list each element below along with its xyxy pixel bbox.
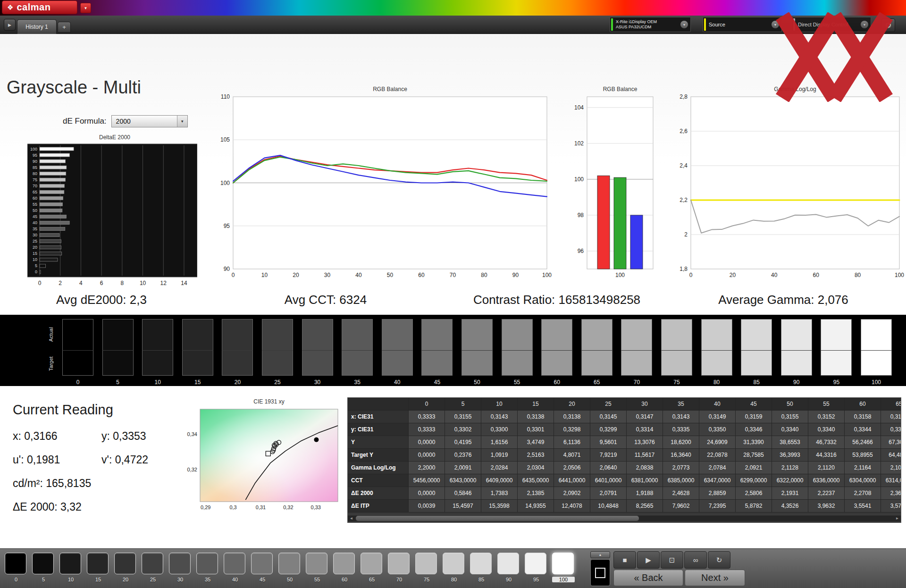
swatch-target bbox=[382, 350, 413, 376]
table-col-header: 55 bbox=[808, 398, 845, 411]
tab-history-1[interactable]: History 1 bbox=[17, 19, 57, 34]
back-button[interactable]: « Back bbox=[613, 570, 683, 586]
patch-level-label: 5 bbox=[32, 577, 55, 582]
patch-button-10[interactable]: 10 bbox=[59, 553, 82, 582]
de-formula-select[interactable]: 2000 ▼ bbox=[111, 115, 188, 127]
patch-button-100[interactable]: 100 bbox=[552, 553, 575, 582]
play-button[interactable]: ▶ bbox=[637, 551, 660, 569]
patch-button-65[interactable]: 65 bbox=[361, 553, 383, 582]
swatch-target bbox=[861, 350, 892, 376]
patch-button-30[interactable]: 30 bbox=[169, 553, 192, 582]
next-button[interactable]: Next » bbox=[685, 570, 745, 586]
reading-u: u': 0,1981 bbox=[13, 454, 101, 466]
patch-swatch bbox=[87, 553, 109, 574]
patch-button-25[interactable]: 25 bbox=[142, 553, 164, 582]
svg-text:60: 60 bbox=[813, 272, 820, 278]
patch-level-label: 0 bbox=[5, 577, 27, 582]
table-cell: 67,3097 bbox=[881, 436, 901, 449]
history-panel-expand-button[interactable]: ▶ bbox=[4, 19, 16, 31]
patch-button-55[interactable]: 55 bbox=[306, 553, 328, 582]
table-cell: 56,2466 bbox=[845, 436, 881, 449]
patch-button-75[interactable]: 75 bbox=[415, 553, 438, 582]
svg-text:0: 0 bbox=[35, 269, 37, 274]
svg-text:0,33: 0,33 bbox=[311, 504, 321, 510]
swatch-actual bbox=[382, 319, 413, 350]
svg-text:100: 100 bbox=[895, 272, 904, 278]
scroll-right-arrow-icon[interactable]: ► bbox=[894, 515, 901, 521]
table-col-header: 20 bbox=[554, 398, 590, 411]
swatch-level-label: 70 bbox=[621, 379, 652, 386]
swatch-actual bbox=[302, 319, 333, 350]
table-col-header: 10 bbox=[481, 398, 518, 411]
svg-text:20: 20 bbox=[293, 272, 299, 278]
patch-button-95[interactable]: 95 bbox=[525, 553, 547, 582]
table-horizontal-scrollbar[interactable]: ◄ ► bbox=[348, 515, 901, 521]
table-cell: 0,3343 bbox=[881, 423, 901, 436]
scrollbar-thumb[interactable] bbox=[356, 516, 639, 521]
table-cell: 0,0039 bbox=[409, 500, 445, 512]
patch-button-85[interactable]: 85 bbox=[470, 553, 493, 582]
patch-swatch bbox=[142, 553, 163, 574]
patch-button-45[interactable]: 45 bbox=[251, 553, 274, 582]
swatch-level-label: 65 bbox=[581, 379, 612, 386]
swatch-target bbox=[102, 350, 134, 376]
patch-button-80[interactable]: 80 bbox=[443, 553, 465, 582]
table-row-label: Target Y bbox=[348, 449, 409, 462]
patch-button-5[interactable]: 5 bbox=[32, 553, 55, 582]
patch-level-label: 75 bbox=[415, 577, 438, 582]
add-tab-button[interactable]: + bbox=[58, 22, 71, 33]
source-dropdown[interactable]: Source ▼ bbox=[703, 17, 782, 32]
swatch-target bbox=[502, 350, 533, 376]
scroll-left-arrow-icon[interactable]: ◄ bbox=[348, 515, 355, 521]
continuous-measure-button[interactable]: ∞ bbox=[684, 551, 707, 569]
table-cell: 2,0791 bbox=[590, 487, 627, 500]
svg-text:30: 30 bbox=[324, 272, 331, 278]
table-cell: 0,3301 bbox=[518, 423, 554, 436]
table-col-header: 5 bbox=[445, 398, 481, 411]
patch-button-60[interactable]: 60 bbox=[333, 553, 356, 582]
patch-button-50[interactable]: 50 bbox=[278, 553, 301, 582]
patch-button-70[interactable]: 70 bbox=[388, 553, 411, 582]
measure-once-button[interactable]: ⊡ bbox=[661, 551, 683, 569]
svg-text:35: 35 bbox=[33, 227, 37, 231]
swatch-column-70: 70 bbox=[621, 319, 652, 386]
swatch-level-label: 85 bbox=[741, 379, 772, 386]
patch-button-90[interactable]: 90 bbox=[497, 553, 520, 582]
patch-swatch bbox=[470, 553, 492, 574]
main-menu-button[interactable]: ▼ bbox=[80, 3, 91, 13]
patch-button-35[interactable]: 35 bbox=[196, 553, 219, 582]
meter-dropdown-label: X-Rite i1Display OEM ASUS PA32UCDM bbox=[616, 19, 680, 30]
patch-button-0[interactable]: 0 bbox=[5, 553, 27, 582]
patch-size-up-button[interactable]: ▲ bbox=[590, 551, 610, 558]
patch-button-40[interactable]: 40 bbox=[224, 553, 246, 582]
patch-button-20[interactable]: 20 bbox=[114, 553, 137, 582]
patch-swatch bbox=[415, 553, 437, 574]
meter-dropdown[interactable]: X-Rite i1Display OEM ASUS PA32UCDM ▼ bbox=[610, 17, 691, 32]
patch-button-15[interactable]: 15 bbox=[87, 553, 109, 582]
svg-text:14: 14 bbox=[181, 280, 187, 286]
table-col-header: 25 bbox=[590, 398, 627, 411]
swatch-target bbox=[182, 350, 213, 376]
swatch-column-25: 25 bbox=[262, 319, 293, 386]
table-row-label: CCT bbox=[348, 474, 409, 487]
table-cell: 0,3300 bbox=[481, 423, 518, 436]
patch-window-button[interactable] bbox=[590, 559, 610, 586]
reading-luminance: cd/m²: 165,8135 bbox=[13, 477, 148, 490]
table-cell: 0,3350 bbox=[699, 423, 736, 436]
swatch-actual bbox=[621, 319, 652, 350]
table-cell: 2,5806 bbox=[736, 487, 772, 500]
svg-text:2: 2 bbox=[684, 231, 688, 238]
stop-button[interactable]: ■ bbox=[613, 551, 636, 569]
settings-gear-button[interactable]: ⚙ bbox=[881, 18, 895, 32]
svg-text:0,3: 0,3 bbox=[229, 504, 236, 510]
calman-logo[interactable]: ❖ calman bbox=[2, 0, 77, 14]
svg-text:100: 100 bbox=[30, 147, 37, 151]
patch-swatch bbox=[525, 553, 546, 574]
table-cell: 2,1164 bbox=[845, 462, 881, 474]
reset-button[interactable]: ↻ bbox=[708, 551, 730, 569]
workflow-tab-bar: ▶ History 1 + X-Rite i1Display OEM ASUS … bbox=[0, 16, 906, 34]
table-cell: 3,4749 bbox=[518, 436, 554, 449]
table-cell: 6347,0000 bbox=[699, 474, 736, 487]
display-control-dropdown[interactable]: Direct Display Control ▼ bbox=[792, 17, 871, 32]
swatch-target bbox=[461, 350, 493, 376]
